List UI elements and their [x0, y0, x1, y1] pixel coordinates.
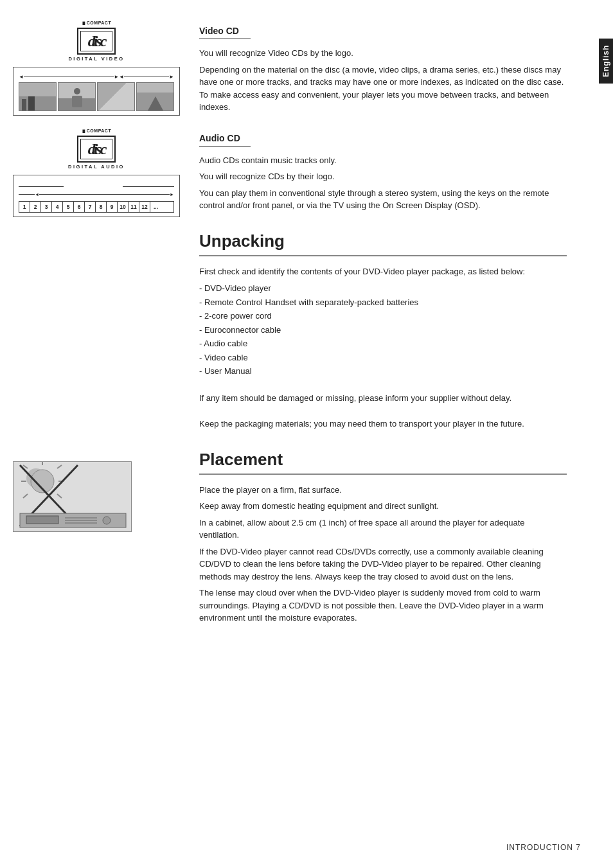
placement-svg: [13, 462, 132, 532]
unpacking-intro: First check and identify the contents of…: [199, 265, 567, 278]
svg-rect-11: [26, 516, 58, 524]
frame-person: [58, 82, 96, 111]
unpacking-title: Unpacking: [199, 231, 567, 256]
compact-n-icon: ∎: [82, 19, 85, 26]
video-cd-title: Video CD: [199, 26, 251, 39]
right-column: Video CD You will recognize Video CDs by…: [186, 0, 599, 868]
list-item: Video cable: [199, 351, 567, 365]
svg-line-4: [57, 494, 62, 498]
unpacking-note-2: Keep the packaging materials; you may ne…: [199, 418, 567, 430]
vcd-frames: [19, 82, 174, 111]
language-tab: English: [599, 39, 613, 84]
track-num-more: ...: [150, 202, 161, 212]
placement-section: Placement Place the player on a firm, fl…: [199, 450, 567, 624]
video-cd-para-2: Depending on the material on the disc (a…: [199, 64, 567, 114]
left-column: ∎ COMPACT disc DIGITAL VIDEO: [0, 0, 186, 868]
track-num-11: 11: [129, 202, 139, 212]
frame-water: [97, 82, 135, 111]
audio-cd-title: Audio CD: [199, 133, 251, 146]
placement-para-5: The lense may cloud over when the DVD-Vi…: [199, 587, 567, 624]
list-item: User Manual: [199, 364, 567, 378]
footer-text: INTRODUCTION 7: [506, 843, 581, 852]
unpacking-list: DVD-Video player Remote Control Handset …: [199, 281, 567, 378]
svg-line-7: [23, 494, 28, 498]
track-num-10: 10: [118, 202, 129, 212]
disc-graphic-acd: disc: [77, 136, 116, 163]
track-num-3: 3: [41, 202, 52, 212]
placement-para-3: In a cabinet, allow about 2.5 cm (1 inch…: [199, 517, 567, 542]
disc-letters-acd: disc: [88, 141, 105, 158]
unpacking-note-1: If any item should be damaged or missing…: [199, 392, 567, 405]
compact-n-icon-2: ∎: [82, 127, 85, 134]
arrow-left-2: [119, 73, 124, 80]
vcd-logo: ∎ COMPACT disc DIGITAL VIDEO: [13, 19, 180, 62]
video-cd-section: Video CD You will recognize Video CDs by…: [199, 19, 567, 114]
list-item: Euroconnector cable: [199, 323, 567, 337]
track-num-4: 4: [52, 202, 63, 212]
placement-illustration: [13, 461, 132, 532]
disc-letters-vcd: disc: [88, 33, 105, 50]
audio-cd-para-2: You will recognize CDs by their logo.: [199, 170, 567, 183]
list-item: Remote Control Handset with separately-p…: [199, 296, 567, 310]
vcd-track-diagram: [13, 67, 180, 116]
frame-nature: [136, 82, 174, 111]
placement-title: Placement: [199, 450, 567, 475]
track-num-9: 9: [107, 202, 118, 212]
acd-logo: ∎ COMPACT disc DIGITAL AUDIO: [13, 127, 180, 170]
placement-para-1: Place the player on a firm, flat surface…: [199, 484, 567, 497]
placement-para-2: Keep away from domestic heating equipmen…: [199, 500, 567, 513]
arrow-left-1: [19, 73, 24, 80]
audio-line-1: [19, 182, 174, 190]
audio-line-2: ◄ ►: [19, 190, 174, 198]
svg-point-12: [103, 517, 111, 524]
audio-cd-section: Audio CD Audio CDs contain music tracks …: [199, 133, 567, 212]
list-item: DVD-Video player: [199, 281, 567, 296]
disc-graphic-vcd: disc: [77, 28, 116, 55]
track-num-6: 6: [74, 202, 85, 212]
compact-label: COMPACT: [87, 21, 111, 25]
track-num-5: 5: [63, 202, 74, 212]
acd-subtitle: DIGITAL AUDIO: [13, 164, 180, 170]
arrow-right-1: [114, 73, 119, 80]
track-num-8: 8: [96, 202, 107, 212]
audio-cd-para-3: You can play them in conventional style …: [199, 187, 567, 212]
svg-line-2: [57, 465, 62, 468]
track-num-1: 1: [19, 202, 30, 212]
acd-track-diagram: ◄ ► 1 2 3 4 5 6 7 8 9 10 11 12 ...: [13, 175, 180, 217]
video-cd-para-1: You will recognize Video CDs by the logo…: [199, 47, 567, 60]
track-num-12: 12: [139, 202, 150, 212]
list-item: 2-core power cord: [199, 309, 567, 323]
compact-label-2: COMPACT: [87, 128, 111, 133]
language-label: English: [601, 45, 610, 77]
audio-cd-para-1: Audio CDs contain music tracks only.: [199, 154, 567, 167]
track-num-7: 7: [85, 202, 96, 212]
unpacking-section: Unpacking First check and identify the c…: [199, 231, 567, 430]
vcd-subtitle: DIGITAL VIDEO: [13, 56, 180, 62]
track-number-row: 1 2 3 4 5 6 7 8 9 10 11 12 ...: [19, 201, 174, 213]
frame-city: [19, 82, 57, 111]
track-num-2: 2: [30, 202, 41, 212]
page-footer: INTRODUCTION 7: [506, 843, 581, 852]
list-item: Audio cable: [199, 337, 567, 351]
arrow-right-2: [169, 73, 174, 80]
placement-para-4: If the DVD-Video player cannot read CDs/…: [199, 545, 567, 583]
